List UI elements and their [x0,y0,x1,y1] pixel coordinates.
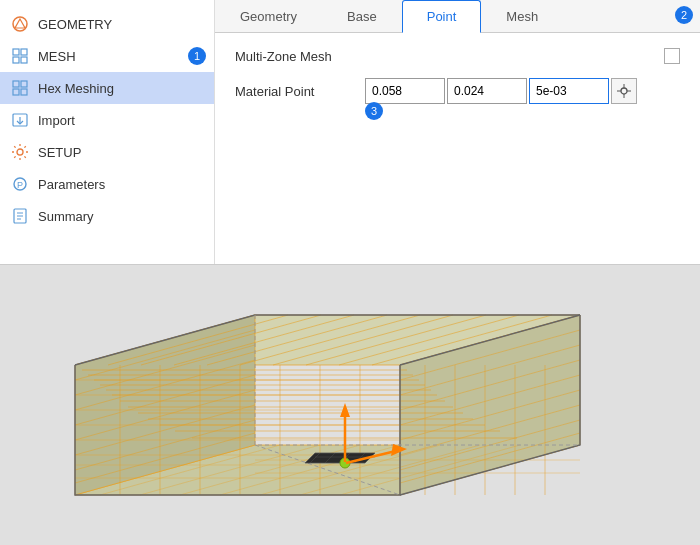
sidebar-item-summary[interactable]: Summary [0,200,214,232]
material-point-y[interactable] [447,78,527,104]
parameters-icon: P [10,174,30,194]
sidebar-item-geometry[interactable]: GEOMETRY [0,8,214,40]
sidebar-item-setup-label: SETUP [38,145,81,160]
summary-icon [10,206,30,226]
svg-point-11 [17,149,23,155]
svg-rect-8 [21,89,27,95]
material-point-label: Material Point [235,84,365,99]
sidebar-item-mesh-label: MESH [38,49,76,64]
sidebar-item-parameters-label: Parameters [38,177,105,192]
mesh-icon [10,46,30,66]
multi-zone-mesh-row: Multi-Zone Mesh [235,48,680,64]
svg-rect-6 [21,81,27,87]
tabs-bar: Geometry Base Point Mesh 2 [215,0,700,33]
svg-text:P: P [17,180,23,190]
svg-point-18 [621,88,627,94]
sidebar-item-import-label: Import [38,113,75,128]
sidebar-item-hex-meshing[interactable]: Hex Meshing [0,72,214,104]
tab-badge: 2 [675,6,693,24]
svg-rect-7 [13,89,19,95]
svg-rect-1 [13,49,19,55]
import-icon [10,110,30,130]
hex-meshing-icon [10,78,30,98]
sidebar-item-import[interactable]: Import [0,104,214,136]
sidebar-item-hex-meshing-label: Hex Meshing [38,81,114,96]
tab-geometry[interactable]: Geometry [215,0,322,32]
hex-mesh-visualization [0,265,700,545]
material-point-z[interactable] [529,78,609,104]
multi-zone-mesh-checkbox[interactable] [664,48,680,64]
tab-mesh[interactable]: Mesh [481,0,563,32]
tab-point[interactable]: Point [402,0,482,33]
geometry-icon [10,14,30,34]
sidebar-item-parameters[interactable]: P Parameters [0,168,214,200]
material-point-badge: 3 [365,102,383,120]
tab-base[interactable]: Base [322,0,402,32]
sidebar-item-mesh[interactable]: MESH 1 [0,40,214,72]
sidebar: GEOMETRY MESH 1 Hex Meshing Import [0,0,215,264]
multi-zone-mesh-label: Multi-Zone Mesh [235,49,365,64]
svg-rect-3 [13,57,19,63]
material-point-row: Material Point 3 [235,78,680,114]
sidebar-item-setup[interactable]: SETUP [0,136,214,168]
main-content: Geometry Base Point Mesh 2 Multi-Zone Me… [215,0,700,264]
setup-icon [10,142,30,162]
sidebar-item-summary-label: Summary [38,209,94,224]
material-point-x[interactable] [365,78,445,104]
mesh-badge: 1 [188,47,206,65]
svg-rect-2 [21,49,27,55]
svg-rect-5 [13,81,19,87]
material-point-pick-button[interactable] [611,78,637,104]
3d-viewport [0,265,700,545]
svg-rect-4 [21,57,27,63]
panel-body: Multi-Zone Mesh Material Point 3 [215,33,700,264]
material-point-inputs: 3 [365,78,637,104]
sidebar-item-geometry-label: GEOMETRY [38,17,112,32]
